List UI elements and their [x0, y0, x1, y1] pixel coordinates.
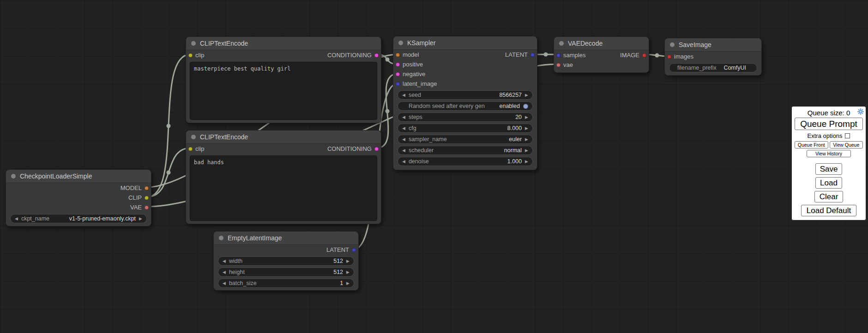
node-clip-text-encode-positive[interactable]: CLIPTextEncode clip CONDITIONING masterp…: [186, 36, 381, 123]
queue-size-row: Queue size: 0: [795, 108, 863, 117]
collapse-dot-icon[interactable]: [191, 135, 196, 139]
queue-size-label: Queue size: 0: [808, 109, 850, 117]
node-title-bar[interactable]: EmptyLatentImage: [214, 232, 358, 245]
queue-front-button[interactable]: Queue Front: [795, 141, 828, 149]
increment-arrow-icon[interactable]: ▶: [346, 270, 350, 274]
output-port-vae[interactable]: [145, 205, 149, 209]
decrement-arrow-icon[interactable]: ◀: [402, 149, 405, 153]
node-title-bar[interactable]: CLIPTextEncode: [186, 131, 381, 144]
collapse-dot-icon[interactable]: [670, 42, 675, 47]
load-default-button[interactable]: Load Default: [801, 205, 856, 216]
queue-prompt-button[interactable]: Queue Prompt: [795, 118, 863, 130]
collapse-dot-icon[interactable]: [191, 41, 196, 46]
input-port-positive[interactable]: [396, 62, 400, 66]
node-title: KSampler: [407, 39, 435, 47]
node-clip-text-encode-negative[interactable]: CLIPTextEncode clip CONDITIONING bad han…: [186, 130, 381, 224]
output-label-latent: LATENT: [505, 51, 528, 58]
output-label-model: MODEL: [121, 184, 142, 191]
decrement-arrow-icon[interactable]: ◀: [402, 126, 405, 131]
output-label-conditioning: CONDITIONING: [327, 145, 372, 152]
input-port-clip[interactable]: [188, 147, 193, 151]
widget-batch-size[interactable]: ◀ batch_size 1 ▶: [218, 279, 354, 288]
input-port-negative[interactable]: [396, 72, 400, 76]
node-title-bar[interactable]: SaveImage: [665, 38, 761, 52]
slot-row: images: [665, 52, 761, 61]
output-label-conditioning: CONDITIONING: [327, 52, 372, 59]
output-port-latent[interactable]: [352, 248, 356, 252]
output-port-model[interactable]: [145, 186, 149, 190]
node-ksampler[interactable]: KSampler model LATENT positive negative …: [393, 36, 537, 170]
input-port-images[interactable]: [667, 54, 671, 59]
increment-arrow-icon[interactable]: ▶: [139, 217, 142, 221]
toggle-knob-icon[interactable]: [523, 104, 528, 109]
increment-arrow-icon[interactable]: ▶: [525, 137, 528, 142]
node-empty-latent-image[interactable]: EmptyLatentImage LATENT ◀ width 512 ▶ ◀ …: [213, 231, 359, 291]
view-queue-button[interactable]: View Queue: [830, 141, 863, 149]
node-title-bar[interactable]: KSampler: [393, 36, 537, 50]
node-title-bar[interactable]: CLIPTextEncode: [186, 37, 381, 50]
prompt-textarea[interactable]: masterpiece best quality girl: [190, 62, 377, 120]
decrement-arrow-icon[interactable]: ◀: [402, 160, 405, 164]
output-port-image[interactable]: [642, 53, 646, 57]
widget-cfg[interactable]: ◀ cfg 8.000 ▶: [398, 124, 533, 133]
node-title-bar[interactable]: VAEDecode: [554, 37, 649, 50]
collapse-dot-icon[interactable]: [559, 41, 564, 46]
save-button[interactable]: Save: [815, 163, 842, 175]
node-checkpoint-loader-simple[interactable]: CheckpointLoaderSimple MODEL CLIP VAE ◀ …: [6, 169, 151, 226]
node-vae-decode[interactable]: VAEDecode samples IMAGE vae: [554, 36, 649, 73]
collapse-dot-icon[interactable]: [219, 236, 223, 240]
slot-row: negative: [393, 69, 537, 79]
widget-denoise[interactable]: ◀ denoise 1.000 ▶: [398, 157, 533, 166]
output-port-clip[interactable]: [145, 196, 149, 200]
load-button[interactable]: Load: [815, 177, 842, 189]
input-port-model[interactable]: [396, 53, 400, 57]
output-label-latent: LATENT: [326, 246, 349, 253]
input-port-latent-image[interactable]: [396, 82, 400, 86]
output-port-conditioning[interactable]: [374, 147, 379, 151]
decrement-arrow-icon[interactable]: ◀: [402, 115, 405, 119]
decrement-arrow-icon[interactable]: ◀: [15, 217, 18, 221]
widget-scheduler[interactable]: ◀ scheduler normal ▶: [398, 146, 533, 155]
widget-seed[interactable]: ◀ seed 8566257 ▶: [398, 90, 533, 100]
extra-options-checkbox[interactable]: [845, 133, 850, 138]
widget-random-seed-toggle[interactable]: Random seed after every gen enabled: [398, 101, 533, 111]
decrement-arrow-icon[interactable]: ◀: [223, 259, 226, 263]
settings-gear-icon[interactable]: [857, 108, 864, 115]
decrement-arrow-icon[interactable]: ◀: [223, 281, 226, 285]
slot-row: latent_image: [393, 79, 537, 89]
widget-width[interactable]: ◀ width 512 ▶: [218, 256, 354, 266]
collapse-dot-icon[interactable]: [398, 41, 403, 45]
input-port-samples[interactable]: [556, 53, 561, 57]
slot-row: vae: [554, 60, 649, 70]
increment-arrow-icon[interactable]: ▶: [525, 126, 528, 131]
input-label-positive: positive: [403, 61, 423, 68]
output-port-latent[interactable]: [530, 53, 535, 57]
output-port-conditioning[interactable]: [374, 53, 379, 57]
node-save-image[interactable]: SaveImage images filename_prefix ComfyUI: [664, 38, 762, 76]
decrement-arrow-icon[interactable]: ◀: [223, 270, 226, 274]
view-history-button[interactable]: View History: [807, 150, 851, 157]
increment-arrow-icon[interactable]: ▶: [346, 259, 350, 263]
decrement-arrow-icon[interactable]: ◀: [402, 93, 405, 97]
increment-arrow-icon[interactable]: ▶: [525, 115, 528, 119]
increment-arrow-icon[interactable]: ▶: [525, 93, 528, 97]
widget-steps[interactable]: ◀ steps 20 ▶: [398, 113, 533, 122]
widget-sampler-name[interactable]: ◀ sampler_name euler ▶: [398, 135, 533, 144]
collapse-dot-icon[interactable]: [11, 174, 16, 178]
slot-row: LATENT: [214, 245, 358, 255]
widget-ckpt-name[interactable]: ◀ ckpt_name v1-5-pruned-emaonly.ckpt ▶: [10, 214, 147, 223]
input-port-clip[interactable]: [188, 53, 193, 57]
widget-filename-prefix[interactable]: filename_prefix ComfyUI: [669, 63, 757, 72]
prompt-textarea[interactable]: bad hands: [190, 155, 377, 221]
node-title-bar[interactable]: CheckpointLoaderSimple: [6, 170, 151, 183]
increment-arrow-icon[interactable]: ▶: [346, 281, 350, 285]
increment-arrow-icon[interactable]: ▶: [525, 149, 528, 153]
widget-height[interactable]: ◀ height 512 ▶: [218, 268, 354, 277]
increment-arrow-icon[interactable]: ▶: [525, 160, 528, 164]
slot-row: MODEL: [6, 183, 151, 193]
clear-button[interactable]: Clear: [814, 191, 843, 202]
decrement-arrow-icon[interactable]: ◀: [402, 137, 405, 142]
input-port-vae[interactable]: [556, 63, 561, 67]
node-title: CLIPTextEncode: [200, 133, 248, 141]
input-label-images: images: [674, 53, 693, 60]
